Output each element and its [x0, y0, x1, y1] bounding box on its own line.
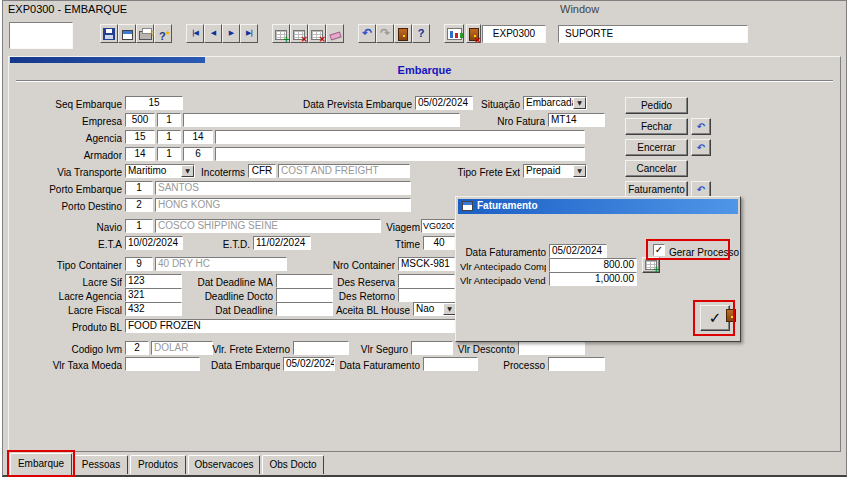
- produto-bl-input[interactable]: FOOD FROZEN: [125, 319, 457, 333]
- data-prevista-input[interactable]: 05/02/2024: [415, 96, 473, 110]
- situacao-select[interactable]: Embarcada▼: [523, 96, 587, 110]
- eta-input[interactable]: 10/02/2024: [125, 236, 183, 250]
- agencia-code2-input[interactable]: 1: [157, 130, 181, 144]
- nro-fatura-input[interactable]: MT14: [548, 113, 605, 127]
- menu-window[interactable]: Window: [560, 3, 620, 16]
- tab-embarque[interactable]: Embarque: [10, 453, 72, 475]
- tipo-frete-ext-label: Tipo Frete Ext: [438, 166, 520, 179]
- next-record-button[interactable]: ▶: [222, 24, 240, 43]
- tipo-container-code-input[interactable]: 9: [125, 257, 153, 271]
- user-field[interactable]: SUPORTE: [558, 25, 748, 43]
- undo-button[interactable]: ↶: [358, 24, 376, 43]
- delete-record-button[interactable]: ×: [290, 24, 308, 43]
- navio-name-input[interactable]: COSCO SHIPPING SEINE: [155, 219, 381, 233]
- porto-embarque-code-input[interactable]: 1: [125, 181, 153, 195]
- empresa-code1-input[interactable]: 500: [125, 113, 155, 127]
- lacre-sif-input[interactable]: 123: [125, 274, 182, 288]
- tab-observacoes[interactable]: Observacoes: [188, 455, 260, 474]
- des-reserva-input[interactable]: [398, 274, 455, 288]
- agencia-name-input[interactable]: [215, 130, 585, 144]
- aceita-bl-house-select[interactable]: Nao▼: [413, 302, 457, 316]
- tab-obs-docto[interactable]: Obs Docto: [262, 455, 324, 474]
- viagem-input[interactable]: VG0200: [421, 219, 455, 233]
- armador-name-input[interactable]: [215, 147, 585, 161]
- codigo-ivm-label: Codigo Ivm: [52, 343, 122, 356]
- dialog-exit-button[interactable]: [726, 309, 740, 327]
- incoterms-code-input[interactable]: CFR: [248, 164, 276, 178]
- insert-record-button[interactable]: +: [272, 24, 290, 43]
- codigo-ivm-desc-input[interactable]: DOLAR: [151, 341, 213, 355]
- pedido-button[interactable]: Pedido: [625, 97, 688, 114]
- vlr-taxa-moeda-input[interactable]: [125, 357, 200, 371]
- porto-embarque-name-input[interactable]: SANTOS: [155, 181, 411, 195]
- help-button[interactable]: ?: [412, 24, 430, 43]
- first-record-button[interactable]: |◀: [186, 24, 204, 43]
- new-form-button[interactable]: [118, 24, 136, 43]
- porto-destino-code-input[interactable]: 2: [125, 198, 153, 212]
- ttime-input[interactable]: 40: [423, 236, 455, 250]
- cancel-changes-button[interactable]: ×: [308, 24, 326, 43]
- clear-form-button[interactable]: [326, 24, 344, 43]
- codigo-ivm-code-input[interactable]: 2: [125, 341, 149, 355]
- porto-destino-name-input[interactable]: HONG KONG: [155, 198, 411, 212]
- tab-produtos[interactable]: Produtos: [130, 455, 186, 474]
- gantt-chart-icon: [447, 28, 462, 40]
- table-plus-icon: +: [645, 260, 657, 270]
- des-retorno-input[interactable]: [398, 288, 455, 302]
- help-wizard-button[interactable]: [154, 24, 172, 43]
- empresa-code2-input[interactable]: 1: [157, 113, 181, 127]
- encerrar-undo-button[interactable]: ↶: [691, 139, 711, 156]
- process-chart-button[interactable]: [444, 24, 464, 43]
- vlr-frete-externo-input[interactable]: [293, 341, 349, 355]
- navio-code-input[interactable]: 1: [125, 219, 153, 233]
- situacao-dropdown-icon[interactable]: ▼: [573, 97, 586, 109]
- seq-embarque-input[interactable]: 15: [125, 96, 183, 110]
- agencia-code3-input[interactable]: 14: [183, 130, 213, 144]
- save-button[interactable]: [100, 24, 118, 43]
- vlr-seguro-label: Vlr Seguro: [354, 343, 408, 356]
- vlr-desconto-input[interactable]: [518, 341, 585, 355]
- dialog-titlebar[interactable]: Faturamento: [458, 199, 738, 214]
- gerar-processo-checkbox[interactable]: ✓: [653, 244, 665, 256]
- processo-input[interactable]: [548, 357, 605, 371]
- data-faturamento-input[interactable]: [423, 357, 478, 371]
- vlr-antecipado-compra-input[interactable]: 800.00: [549, 258, 637, 272]
- tipo-frete-ext-select[interactable]: Prepaid▼: [523, 164, 587, 178]
- fechar-undo-button[interactable]: ↶: [691, 118, 711, 135]
- armador-code3-input[interactable]: 6: [183, 147, 213, 161]
- situacao-value: Embarcada: [526, 97, 577, 108]
- prior-record-button[interactable]: ◀: [204, 24, 222, 43]
- etd-input[interactable]: 11/02/2024: [253, 236, 311, 250]
- incoterms-desc-input[interactable]: COST AND FREIGHT: [278, 164, 410, 178]
- agencia-code1-input[interactable]: 15: [125, 130, 155, 144]
- cancelar-button[interactable]: Cancelar: [625, 160, 688, 177]
- antecipado-add-button[interactable]: +: [642, 257, 660, 273]
- via-transporte-dropdown-icon[interactable]: ▼: [181, 165, 194, 177]
- exit-form-button[interactable]: [394, 24, 412, 43]
- tab-pessoas[interactable]: Pessoas: [74, 455, 128, 474]
- vlr-seguro-input[interactable]: [411, 341, 453, 355]
- tipo-frete-ext-dropdown-icon[interactable]: ▼: [573, 165, 586, 177]
- last-record-button[interactable]: ▶|: [240, 24, 258, 43]
- fechar-button[interactable]: Fechar: [625, 118, 688, 135]
- vlr-antecipado-venda-input[interactable]: 1,000.00: [549, 272, 637, 286]
- quit-button[interactable]: ×: [466, 24, 481, 43]
- dialog-data-faturamento-input[interactable]: 05/02/2024: [549, 244, 607, 258]
- tipo-container-desc-input[interactable]: 40 DRY HC: [155, 257, 287, 271]
- armador-code2-input[interactable]: 1: [157, 147, 181, 161]
- armador-code1-input[interactable]: 14: [125, 147, 155, 161]
- print-button[interactable]: [136, 24, 154, 43]
- empresa-name-input[interactable]: [183, 113, 460, 127]
- redo-button[interactable]: ↷: [376, 24, 394, 43]
- dialog-data-faturamento-label: Data Faturamento: [464, 246, 546, 259]
- data-embarque-input[interactable]: 05/02/2024: [283, 357, 335, 371]
- gerar-processo-label: Gerar Processo: [669, 246, 739, 259]
- via-transporte-select[interactable]: Maritimo▼: [125, 164, 195, 178]
- program-code-field[interactable]: EXP0300: [482, 25, 546, 43]
- nro-container-input[interactable]: MSCK-981: [398, 257, 455, 271]
- vlr-desconto-label: Vlr Desconto: [452, 343, 515, 356]
- lacre-agencia-input[interactable]: 321: [125, 288, 182, 302]
- lacre-fiscal-input[interactable]: 432: [125, 302, 182, 316]
- encerrar-button[interactable]: Encerrar: [625, 139, 688, 156]
- aceita-bl-house-value: Nao: [416, 303, 434, 314]
